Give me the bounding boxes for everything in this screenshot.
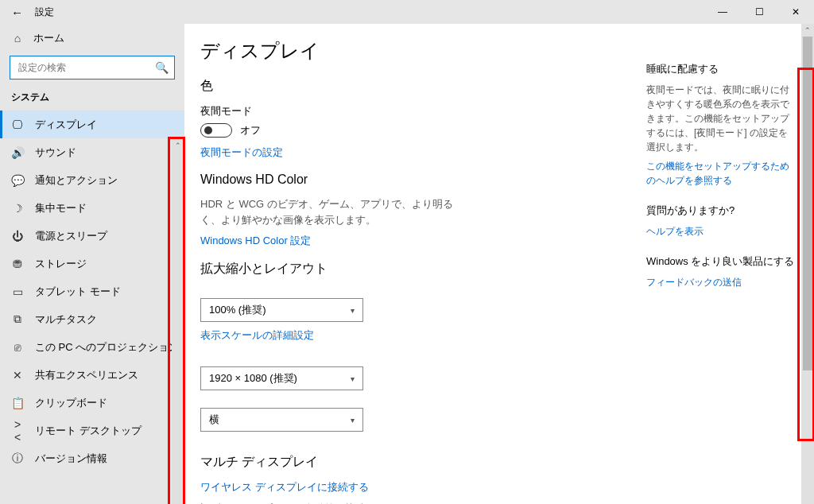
nav-icon: 💬: [11, 174, 24, 187]
scale-advanced-link[interactable]: 表示スケールの詳細設定: [200, 328, 630, 343]
nav-icon: ✕: [11, 369, 24, 382]
nav-icon: ⛃: [11, 258, 24, 270]
sidebar-item[interactable]: ✕共有エクスペリエンス: [0, 361, 184, 389]
main-scrollbar[interactable]: ⌃: [801, 24, 814, 504]
sidebar-item[interactable]: ⓘバージョン情報: [0, 444, 184, 472]
home-icon: ⌂: [11, 32, 24, 45]
sidebar-item[interactable]: ⛃ストレージ: [0, 250, 184, 277]
group-label-system: システム: [0, 86, 184, 110]
nav-list: 🖵ディスプレイ🔊サウンド💬通知とアクション☽集中モード⏻電源とスリープ⛃ストレー…: [0, 110, 184, 504]
section-scale-layout: 拡大縮小とレイアウト: [200, 261, 630, 277]
scale-value: 100% (推奨): [209, 303, 266, 317]
sidebar-item-label: タブレット モード: [35, 285, 121, 299]
sidebar-scrollbar[interactable]: ⌃: [172, 139, 184, 504]
aside-feedback-heading: Windows をより良い製品にする: [646, 254, 795, 269]
scroll-up-icon[interactable]: ⌃: [801, 24, 814, 37]
chevron-down-icon: ▾: [351, 306, 355, 315]
aside-question-heading: 質問がありますか?: [646, 204, 795, 218]
sidebar-item-label: 電源とスリープ: [35, 229, 107, 243]
aside-sleep-heading: 睡眠に配慮する: [646, 62, 795, 76]
aside-sleep-help-link[interactable]: この機能をセットアップするためのヘルプを参照する: [646, 159, 795, 188]
close-button[interactable]: ✕: [777, 0, 814, 24]
window-title: 設定: [35, 6, 54, 19]
aside-panel: 睡眠に配慮する 夜間モードでは、夜間に眠りに付きやすくする暖色系の色を表示できま…: [646, 24, 801, 504]
nav-icon: 🔊: [11, 146, 24, 159]
sidebar-item-label: バージョン情報: [35, 452, 107, 466]
multi-display-desc: 旧型のディスプレイは自動的に接続されないことがあります。[検出] を選択すると接…: [200, 501, 486, 504]
home-label: ホーム: [33, 31, 64, 45]
section-hd-color: Windows HD Color: [200, 173, 630, 187]
sidebar-item[interactable]: ☽集中モード: [0, 194, 184, 222]
night-mode-label: 夜間モード: [200, 104, 630, 118]
page-title: ディスプレイ: [200, 38, 630, 64]
sidebar-item[interactable]: ⏻電源とスリープ: [0, 222, 184, 250]
orientation-dropdown[interactable]: 横 ▾: [200, 408, 363, 432]
sidebar-item[interactable]: 💬通知とアクション: [0, 166, 184, 194]
sidebar-item[interactable]: ▭タブレット モード: [0, 277, 184, 305]
wireless-display-link[interactable]: ワイヤレス ディスプレイに接続する: [200, 480, 630, 494]
aside-help-link[interactable]: ヘルプを表示: [646, 224, 795, 238]
nav-icon: 🖵: [11, 118, 24, 131]
aside-feedback-link[interactable]: フィードバックの送信: [646, 275, 795, 289]
scale-dropdown[interactable]: 100% (推奨) ▾: [200, 298, 363, 322]
sidebar-item-label: マルチタスク: [35, 312, 97, 327]
sidebar-item-label: リモート デスクトップ: [35, 424, 141, 438]
back-button[interactable]: ←: [11, 6, 25, 19]
sidebar: ⌂ ホーム 🔍 システム 🖵ディスプレイ🔊サウンド💬通知とアクション☽集中モード…: [0, 24, 184, 504]
search-input[interactable]: [10, 56, 175, 79]
chevron-down-icon: ▾: [351, 374, 355, 383]
nav-icon: ⎚: [11, 341, 24, 354]
scroll-up-icon[interactable]: ⌃: [172, 139, 184, 152]
sidebar-item[interactable]: ⎚この PC へのプロジェクション: [0, 333, 184, 361]
titlebar: ← 設定 — ☐ ✕: [0, 0, 814, 24]
section-color: 色: [200, 78, 630, 95]
nav-icon: ><: [11, 418, 24, 444]
hd-color-settings-link[interactable]: Windows HD Color 設定: [200, 234, 630, 248]
main-content: ディスプレイ 色 夜間モード オフ 夜間モードの設定 Windows HD Co…: [184, 24, 646, 504]
nav-icon: ▭: [11, 285, 24, 298]
chevron-down-icon: ▾: [351, 416, 355, 425]
sidebar-item[interactable]: 🖵ディスプレイ: [0, 110, 184, 138]
scrollbar-thumb[interactable]: [803, 37, 812, 370]
sidebar-item[interactable]: ⧉マルチタスク: [0, 305, 184, 333]
nav-icon: ⏻: [11, 230, 24, 242]
orientation-value: 横: [209, 413, 219, 427]
nav-icon: 📋: [11, 397, 24, 409]
nav-icon: ⓘ: [11, 452, 24, 466]
sidebar-item-label: 共有エクスペリエンス: [35, 368, 138, 382]
resolution-dropdown[interactable]: 1920 × 1080 (推奨) ▾: [200, 366, 363, 390]
sidebar-item-label: サウンド: [35, 145, 76, 160]
hd-color-desc: HDR と WCG のビデオ、ゲーム、アプリで、より明るく、より鮮やかな画像を表…: [200, 196, 471, 227]
sidebar-item-label: この PC へのプロジェクション: [35, 340, 179, 355]
sidebar-item[interactable]: 📋クリップボード: [0, 389, 184, 417]
nav-icon: ☽: [11, 202, 24, 215]
sidebar-item[interactable]: 🔊サウンド: [0, 138, 184, 166]
search-icon: 🔍: [155, 61, 169, 74]
sidebar-item-label: クリップボード: [35, 396, 107, 410]
maximize-button[interactable]: ☐: [741, 0, 777, 24]
nav-icon: ⧉: [11, 312, 24, 326]
night-mode-settings-link[interactable]: 夜間モードの設定: [200, 145, 630, 160]
toggle-state-label: オフ: [240, 123, 261, 138]
sidebar-item-label: 通知とアクション: [35, 173, 118, 188]
night-mode-toggle[interactable]: [200, 123, 232, 138]
sidebar-item-label: ディスプレイ: [35, 118, 97, 132]
sidebar-item-label: 集中モード: [35, 201, 87, 215]
sidebar-item-label: ストレージ: [35, 257, 87, 271]
sidebar-item[interactable]: ><リモート デスクトップ: [0, 417, 184, 444]
home-link[interactable]: ⌂ ホーム: [0, 24, 184, 52]
resolution-value: 1920 × 1080 (推奨): [209, 371, 297, 386]
section-multi-display: マルチ ディスプレイ: [200, 454, 630, 471]
minimize-button[interactable]: —: [704, 0, 741, 24]
aside-sleep-desc: 夜間モードでは、夜間に眠りに付きやすくする暖色系の色を表示できます。この機能をセ…: [646, 83, 795, 154]
